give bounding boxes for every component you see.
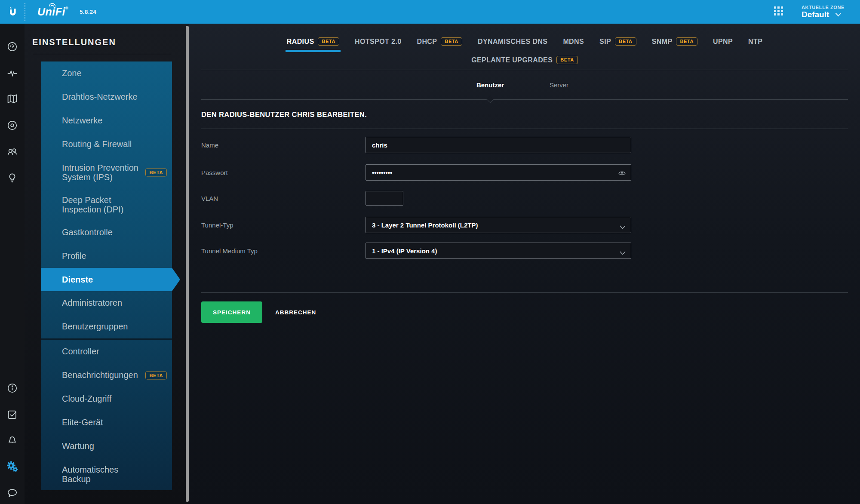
- info-icon[interactable]: [6, 382, 18, 394]
- sidebar-item-dienste[interactable]: Dienste: [41, 268, 172, 291]
- password-label: Passwort: [201, 169, 366, 176]
- tabs-divider: [201, 70, 848, 70]
- beta-badge: BETA: [145, 168, 167, 176]
- tab-snmp[interactable]: SNMP BETA: [652, 37, 697, 46]
- settings-sidebar: EINSTELLUNGEN Zone Drahtlos-Netzwerke Ne…: [25, 24, 189, 504]
- sidebar-scrollbar[interactable]: [186, 26, 189, 502]
- subtabs-divider: [201, 99, 848, 100]
- sidebar-title-divider: [33, 54, 171, 54]
- zone-value: Default: [802, 10, 829, 19]
- devices-icon[interactable]: [6, 120, 18, 131]
- topbar-divider: [25, 3, 25, 21]
- form-divider: [201, 292, 848, 293]
- registered-mark: ®: [65, 6, 68, 10]
- beta-badge: BETA: [441, 37, 462, 46]
- statistics-icon[interactable]: [6, 67, 18, 79]
- tunnel-medium-label: Tunnel Medium Typ: [201, 247, 366, 255]
- beta-badge: BETA: [556, 56, 578, 64]
- service-tabs-row2: GEPLANTE UPGRADES BETA: [201, 56, 848, 64]
- sidebar-menu: Zone Drahtlos-Netzwerke Netzwerke Routin…: [41, 61, 172, 490]
- sidebar-item-netzwerke[interactable]: Netzwerke: [41, 109, 172, 132]
- sidebar-item-administratoren[interactable]: Administratoren: [41, 291, 172, 315]
- unifi-wordmark: UniFi®: [37, 6, 68, 18]
- sidebar-item-drahtlos-netzwerke[interactable]: Drahtlos-Netzwerke: [41, 85, 172, 109]
- chevron-down-icon: [835, 12, 842, 17]
- page-title: DEN RADIUS-BENUTZER CHRIS BEARBEITEN.: [201, 100, 848, 129]
- top-bar: UniFi® 5.8.24 AKTUELLE ZONE Default: [0, 0, 860, 24]
- subtab-server[interactable]: Server: [525, 81, 593, 89]
- unifi-settings-screen: UniFi® 5.8.24 AKTUELLE ZONE Default: [0, 0, 860, 504]
- tab-upnp[interactable]: UPNP: [713, 38, 733, 46]
- sidebar-item-ips[interactable]: Intrusion Prevention System (IPS) BETA: [41, 156, 172, 188]
- heading-divider: [201, 129, 848, 129]
- sidebar-item-zone[interactable]: Zone: [41, 61, 172, 85]
- sidebar-title: EINSTELLUNGEN: [32, 37, 189, 47]
- tab-mdns[interactable]: MDNS: [563, 38, 584, 46]
- sidebar-item-profile[interactable]: Profile: [41, 244, 172, 268]
- settings-icon[interactable]: [6, 461, 18, 473]
- show-password-icon[interactable]: [618, 170, 626, 178]
- sidebar-item-gastkontrolle[interactable]: Gastkontrolle: [41, 221, 172, 244]
- tab-sip[interactable]: SIP BETA: [599, 37, 636, 46]
- sidebar-item-benachrichtigungen[interactable]: Benachrichtigungen BETA: [41, 363, 172, 387]
- tab-ntp[interactable]: NTP: [748, 38, 762, 46]
- ubiquiti-u-icon: [5, 5, 20, 19]
- brand-name: UniFi: [37, 6, 65, 18]
- tunnel-medium-select[interactable]: 1 - IPv4 (IP Version 4): [366, 243, 631, 259]
- name-input[interactable]: [366, 137, 631, 153]
- tab-radius[interactable]: RADIUS BETA: [287, 37, 339, 46]
- sidebar-item-automatisches-backup[interactable]: Automatisches Backup: [41, 458, 172, 490]
- insights-icon[interactable]: [6, 172, 18, 184]
- radius-subtabs: Benutzer Server: [201, 70, 848, 99]
- subtab-benutzer[interactable]: Benutzer: [456, 81, 525, 89]
- chat-icon[interactable]: [6, 487, 18, 499]
- sidebar-item-elite-geraet[interactable]: Elite-Gerät: [41, 411, 172, 434]
- beta-badge: BETA: [145, 371, 167, 379]
- tab-geplante-upgrades[interactable]: GEPLANTE UPGRADES BETA: [471, 56, 578, 64]
- sidebar-item-wartung[interactable]: Wartung: [41, 434, 172, 458]
- beta-badge: BETA: [676, 37, 697, 46]
- beta-badge: BETA: [615, 37, 636, 46]
- sidebar-item-benutzergruppen[interactable]: Benutzergruppen: [41, 315, 172, 338]
- main-content: RADIUS BETA HOTSPOT 2.0 DHCP BETA DYNAMI…: [189, 24, 860, 504]
- tab-dhcp[interactable]: DHCP BETA: [417, 37, 462, 46]
- vlan-label: VLAN: [201, 195, 366, 202]
- sidebar-item-routing-firewall[interactable]: Routing & Firewall: [41, 132, 172, 156]
- app-grid-icon[interactable]: [774, 6, 783, 18]
- ubiquiti-logo[interactable]: [0, 0, 25, 24]
- tab-hotspot2[interactable]: HOTSPOT 2.0: [355, 38, 401, 46]
- tab-dynamisches-dns[interactable]: DYNAMISCHES DNS: [478, 38, 547, 46]
- tunnel-type-select[interactable]: 3 - Layer 2 Tunnel Protokoll (L2TP): [366, 217, 631, 233]
- dashboard-icon[interactable]: [6, 41, 18, 52]
- password-input[interactable]: [366, 164, 631, 181]
- zone-label: AKTUELLE ZONE: [802, 5, 845, 10]
- zone-selector[interactable]: AKTUELLE ZONE Default: [802, 5, 845, 19]
- service-tabs: RADIUS BETA HOTSPOT 2.0 DHCP BETA DYNAMI…: [201, 37, 848, 46]
- wifi-waves-icon: [49, 2, 56, 7]
- events-icon[interactable]: [6, 409, 18, 420]
- save-button[interactable]: SPEICHERN: [201, 301, 262, 323]
- nav-rail: [0, 24, 25, 504]
- name-label: Name: [201, 141, 366, 149]
- clients-icon[interactable]: [6, 146, 18, 157]
- alerts-icon[interactable]: [6, 435, 18, 446]
- sidebar-item-controller[interactable]: Controller: [41, 340, 172, 363]
- beta-badge: BETA: [318, 37, 339, 46]
- map-icon[interactable]: [6, 93, 18, 105]
- sidebar-item-cloud-zugriff[interactable]: Cloud-Zugriff: [41, 387, 172, 411]
- cancel-button[interactable]: ABBRECHEN: [275, 309, 316, 316]
- tunnel-type-label: Tunnel-Typ: [201, 221, 366, 229]
- controller-version: 5.8.24: [80, 9, 96, 15]
- vlan-input[interactable]: [366, 191, 403, 206]
- sidebar-item-dpi[interactable]: Deep Packet Inspection (DPI): [41, 188, 172, 221]
